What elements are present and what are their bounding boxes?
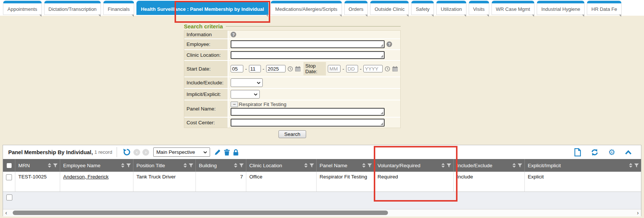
column-label: Explicit/Implicit	[528, 163, 628, 168]
column-header-icons	[234, 163, 244, 168]
filter-icon[interactable]	[518, 164, 522, 168]
scroll-left-icon[interactable]: ‹	[5, 209, 7, 216]
tab-orders[interactable]: Orders	[344, 1, 368, 15]
stop-date-month-input[interactable]	[328, 65, 341, 72]
prev-page-icon[interactable]: ‹	[133, 149, 140, 156]
clock-icon[interactable]	[287, 65, 293, 72]
tab-appointments[interactable]: Appointments	[3, 1, 42, 15]
sort-icon[interactable]	[48, 163, 51, 168]
tab-industrial-hygiene[interactable]: Industrial Hygiene	[537, 1, 585, 15]
tab-outside-clinic[interactable]: Outside Clinic	[370, 1, 409, 15]
calendar-icon[interactable]	[392, 65, 398, 72]
column-header-mrn[interactable]: MRN	[15, 159, 60, 172]
sort-icon[interactable]	[304, 163, 308, 168]
search-criteria-form: Information ? Employee: ? Clinic Locatio…	[184, 30, 401, 128]
panel-name-input[interactable]	[231, 108, 385, 116]
include-exclude-row: Include/Exclude:	[184, 77, 400, 89]
help-icon[interactable]: ?	[231, 32, 236, 37]
tab-health-surveillance-panel-membership-by-individual[interactable]: Health Surveillance : Panel Membership b…	[136, 1, 268, 15]
stop-date-day-input[interactable]	[346, 65, 358, 72]
tab-financials[interactable]: Financials	[103, 1, 134, 15]
filter-icon[interactable]	[447, 164, 451, 168]
cost-center-row: Cost Center:	[184, 118, 400, 128]
cost-center-input[interactable]	[231, 119, 385, 127]
sort-icon[interactable]	[512, 163, 516, 168]
tab-safety[interactable]: Safety	[411, 1, 434, 15]
tab-medications-allergies-scripts[interactable]: Medications/Allergies/Scripts	[271, 1, 342, 15]
tab-label: Industrial Hygiene	[541, 6, 580, 12]
filter-icon[interactable]	[309, 164, 314, 168]
implicit-explicit-select[interactable]	[231, 90, 260, 99]
filter-icon[interactable]	[367, 164, 372, 168]
tab-visits[interactable]: Visits	[469, 1, 489, 15]
employee-input[interactable]	[231, 40, 385, 48]
employee-name-link[interactable]: Anderson, Frederick	[63, 174, 109, 180]
column-header-voluntary-required[interactable]: Voluntary/Required	[375, 159, 454, 172]
tab-fold-icon	[582, 15, 584, 17]
include-exclude-select[interactable]	[231, 78, 263, 87]
filter-icon[interactable]	[634, 164, 639, 168]
scroll-right-icon[interactable]: ›	[637, 209, 639, 216]
next-page-icon[interactable]: ›	[142, 149, 149, 156]
calendar-icon[interactable]	[295, 65, 301, 72]
column-header-include-exclude[interactable]: Include/Exclude	[454, 159, 525, 172]
tab-fold-icon	[266, 15, 268, 17]
tab-label: Health Surveillance : Panel Membership b…	[141, 6, 264, 12]
toolbar-divider	[117, 147, 117, 157]
horizontal-scrollbar[interactable]: ‹ ›	[3, 209, 641, 217]
column-label: Position Title	[136, 163, 182, 168]
column-header-panel-name[interactable]: Panel Name	[317, 159, 375, 172]
sort-icon[interactable]	[234, 163, 237, 168]
include-exclude-label: Include/Exclude:	[184, 77, 228, 88]
perspective-value: Main Perspective	[156, 149, 195, 155]
column-header-explicit-implicit[interactable]: Explicit/Implicit	[525, 159, 641, 172]
sort-icon[interactable]	[362, 163, 366, 168]
start-date-year-input[interactable]	[266, 65, 286, 72]
delete-perspective-icon[interactable]	[224, 149, 230, 156]
grid-body: TEST-10025Anderson, FrederickTank Truck …	[3, 172, 641, 192]
lock-icon[interactable]	[233, 149, 239, 156]
tab-dictation-transcription[interactable]: Dictation/Transcription	[44, 1, 101, 15]
gear-icon[interactable]: ⚙	[608, 148, 615, 156]
clinic-location-row: Clinic Location:	[184, 50, 400, 61]
filter-icon[interactable]	[189, 164, 193, 168]
tab-label: Appointments	[7, 6, 37, 12]
search-button[interactable]: Search	[278, 130, 306, 138]
filter-icon[interactable]	[53, 164, 58, 168]
start-date-day-input[interactable]	[249, 65, 261, 72]
refresh-icon[interactable]	[591, 149, 599, 156]
sort-icon[interactable]	[441, 163, 445, 168]
collapse-icon[interactable]	[625, 150, 632, 155]
row-checkbox[interactable]	[6, 174, 12, 180]
stop-date-year-input[interactable]	[363, 65, 383, 72]
remove-panel-button[interactable]: –	[231, 102, 238, 107]
sort-icon[interactable]	[184, 163, 187, 168]
clinic-location-input[interactable]	[231, 51, 385, 59]
perspective-select[interactable]: Main Perspective	[153, 147, 210, 157]
column-header-building[interactable]: Building	[196, 159, 246, 172]
column-header-clinic-location[interactable]: Clinic Location	[246, 159, 317, 172]
tab-hr-data-fe[interactable]: HR Data Fe	[587, 1, 622, 15]
employee-label: Employee:	[184, 39, 228, 49]
start-date-month-input[interactable]	[231, 65, 243, 72]
tab-utilization[interactable]: Utilization	[436, 1, 466, 15]
filter-icon[interactable]	[239, 164, 244, 168]
sort-icon[interactable]	[121, 163, 124, 168]
edit-perspective-icon[interactable]	[215, 149, 221, 155]
filter-icon[interactable]	[126, 164, 131, 168]
date-separator: -	[263, 66, 265, 72]
new-record-icon[interactable]	[574, 148, 581, 156]
chevron-down-icon	[254, 93, 258, 96]
scrollbar-thumb[interactable]	[13, 211, 388, 215]
reset-icon[interactable]	[123, 148, 131, 156]
help-icon[interactable]: ?	[386, 41, 392, 47]
tab-label: WR Case Mgmt	[496, 6, 530, 12]
clock-icon[interactable]	[385, 65, 390, 72]
row-checkbox[interactable]	[6, 194, 12, 200]
sort-icon[interactable]	[629, 163, 632, 168]
stop-date-label: Stop Date:	[303, 62, 326, 75]
column-header-employee-name[interactable]: Employee Name	[60, 159, 133, 172]
select-all-checkbox[interactable]	[7, 163, 12, 168]
tab-wr-case-mgmt[interactable]: WR Case Mgmt	[492, 1, 535, 15]
column-header-position-title[interactable]: Position Title	[133, 159, 196, 172]
